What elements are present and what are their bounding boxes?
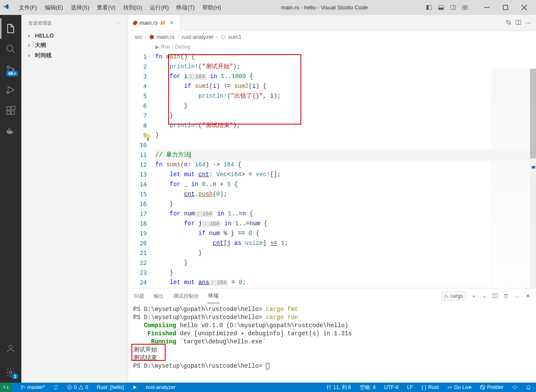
status-feedback-icon[interactable] [510, 385, 519, 390]
code-editor[interactable]: 123456789101112131415161718192021222324 … [128, 42, 536, 288]
menu-view[interactable]: 查看(V) [93, 2, 119, 13]
activity-accounts-icon[interactable] [0, 338, 21, 359]
svg-point-16 [7, 66, 9, 68]
svg-point-29 [9, 345, 12, 348]
settings-badge: 1 [12, 374, 18, 379]
activity-explorer-icon[interactable] [0, 18, 21, 39]
menu-bar: 文件(F) 编辑(E) 选择(S) 查看(V) 转到(G) 运行(R) 终端(T… [15, 2, 224, 13]
svg-point-20 [6, 92, 8, 93]
status-errors[interactable]: 0 0 [65, 383, 90, 392]
window-close-button[interactable] [516, 1, 533, 14]
panel-tab-problems[interactable]: 问题 [133, 289, 145, 303]
kill-terminal-icon[interactable] [503, 292, 510, 300]
svg-marker-44 [134, 386, 137, 389]
terminal-launch-profile[interactable]: ▷cargo [442, 292, 466, 300]
activity-bar: 6K+ 1 [0, 15, 21, 383]
more-actions-icon[interactable]: ⋯ [525, 20, 531, 26]
scm-badge: 6K+ [6, 71, 18, 76]
svg-point-37 [21, 386, 23, 387]
status-indentation[interactable]: 空格: 4 [358, 384, 377, 391]
lightbulb-icon[interactable]: 💡 [144, 133, 151, 143]
status-go-live[interactable]: Go Live [446, 384, 473, 390]
panel-tab-debug-console[interactable]: 调试控制台 [172, 289, 200, 303]
tree-item-outline[interactable]: ›大纲 [21, 40, 128, 50]
activity-run-debug-icon[interactable] [0, 80, 21, 100]
maximize-panel-icon[interactable]: ︿ [514, 292, 521, 301]
title-bar: 文件(F) 编辑(E) 选择(S) 查看(V) 转到(G) 运行(R) 终端(T… [0, 0, 536, 15]
split-editor-icon[interactable] [516, 20, 521, 26]
status-prettier[interactable]: Prettier [478, 384, 505, 390]
compare-changes-icon[interactable] [506, 20, 511, 26]
customize-layout-icon[interactable] [460, 3, 469, 12]
menu-run[interactable]: 运行(R) [146, 2, 172, 13]
status-rust-project[interactable]: Rust: [hello] [95, 383, 125, 392]
vscode-logo-icon [3, 4, 11, 12]
terminal[interactable]: PS D:\mysetup\gopath\rustcode\hello> car… [128, 304, 536, 383]
tab-close-icon[interactable]: ✕ [167, 20, 175, 26]
split-terminal-icon[interactable] [492, 292, 498, 300]
explorer-sidebar: 资源管理器 ⋯ ›HELLO ›大纲 ›时间线 [21, 15, 128, 383]
status-debug-target[interactable] [131, 383, 139, 392]
menu-help[interactable]: 帮助(H) [199, 2, 224, 13]
sidebar-more-icon[interactable]: ⋯ [116, 20, 121, 26]
svg-rect-24 [12, 106, 15, 110]
toggle-panel-icon[interactable] [436, 3, 446, 12]
status-sync[interactable] [52, 383, 60, 392]
editor-scrollbar[interactable] [530, 69, 536, 288]
svg-point-31 [507, 20, 508, 21]
svg-point-39 [24, 387, 25, 388]
status-notifications-icon[interactable] [524, 385, 533, 390]
tree-item-hello[interactable]: ›HELLO [21, 31, 128, 40]
panel-tab-output[interactable]: 输出 [153, 289, 165, 303]
activity-search-icon[interactable] [0, 39, 21, 59]
svg-rect-11 [503, 5, 507, 9]
menu-edit[interactable]: 编辑(E) [41, 2, 67, 13]
status-rust-analyzer[interactable]: rust-analyzer [144, 383, 177, 392]
svg-rect-23 [11, 111, 15, 114]
rust-file-icon: ⬢ [149, 34, 154, 40]
toggle-primary-sidebar-icon[interactable] [424, 3, 434, 12]
svg-point-32 [509, 23, 510, 24]
symbol-icon: ⬡ [221, 34, 225, 40]
editor-area: ⬢ main.rs M ✕ ⋯ src› ⬢main.rs› rust-anal… [128, 15, 536, 288]
activity-settings-icon[interactable]: 1 [0, 362, 21, 383]
activity-source-control-icon[interactable]: 6K+ [0, 59, 21, 80]
status-cursor-position[interactable]: 行 11, 列 8 [325, 384, 352, 391]
status-eol[interactable]: LF [405, 384, 415, 390]
svg-line-47 [481, 386, 484, 389]
remote-indicator[interactable] [0, 383, 12, 392]
tree-item-timeline[interactable]: ›时间线 [21, 50, 128, 61]
svg-rect-28 [9, 128, 10, 130]
status-language[interactable]: { } Rust [420, 384, 440, 390]
menu-terminal[interactable]: 终端(T) [173, 2, 198, 13]
status-branch[interactable]: master* [19, 383, 47, 392]
svg-rect-3 [438, 8, 443, 9]
close-panel-icon[interactable]: ✕ [525, 292, 531, 300]
svg-rect-6 [462, 6, 464, 7]
activity-extensions-icon[interactable] [0, 100, 21, 121]
bottom-panel: 问题 输出 调试控制台 终端 ▷cargo ＋ ⌄ ︿ ✕ PS D:\myse… [128, 288, 536, 383]
tab-main-rs[interactable]: ⬢ main.rs M ✕ [128, 15, 180, 31]
editor-tabs: ⬢ main.rs M ✕ ⋯ [128, 15, 536, 31]
svg-line-15 [12, 50, 15, 53]
activity-docker-icon[interactable] [0, 121, 21, 141]
svg-rect-25 [7, 130, 8, 131]
panel-tab-terminal[interactable]: 终端 [207, 289, 219, 303]
svg-rect-26 [9, 130, 10, 131]
svg-point-14 [7, 45, 13, 51]
overview-ruler-mark [532, 166, 535, 168]
breadcrumb[interactable]: src› ⬢main.rs› rust-analyzer› ⬡sum1 [128, 31, 536, 42]
modified-indicator: M [160, 20, 165, 26]
status-encoding[interactable]: UTF-8 [382, 384, 400, 390]
line-numbers: 123456789101112131415161718192021222324 [128, 42, 153, 288]
svg-marker-19 [8, 87, 14, 93]
menu-go[interactable]: 转到(G) [120, 2, 146, 13]
terminal-dropdown-icon[interactable]: ⌄ [481, 292, 487, 300]
menu-file[interactable]: 文件(F) [15, 2, 41, 13]
window-minimize-button[interactable] [478, 1, 495, 14]
codelens[interactable]: ▶Run|Debug [155, 42, 536, 52]
new-terminal-icon[interactable]: ＋ [470, 292, 477, 301]
window-maximize-button[interactable] [497, 1, 514, 14]
menu-selection[interactable]: 选择(S) [67, 2, 93, 13]
toggle-secondary-sidebar-icon[interactable] [448, 3, 457, 12]
